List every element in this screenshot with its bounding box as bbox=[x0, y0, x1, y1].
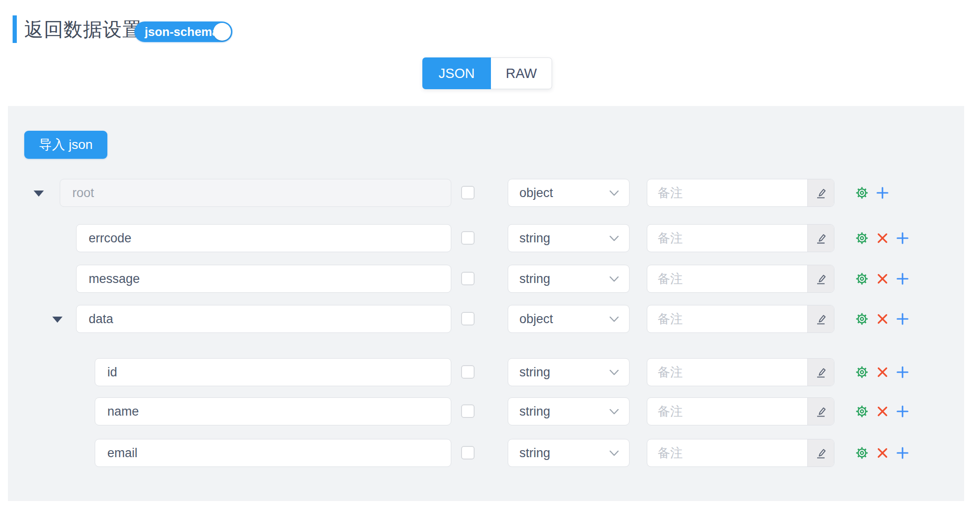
type-select[interactable]: object bbox=[508, 305, 630, 333]
remark-input[interactable] bbox=[647, 225, 807, 252]
field-name-input[interactable] bbox=[95, 439, 451, 467]
json-schema-toggle[interactable]: json-schema bbox=[134, 21, 232, 42]
type-select[interactable]: object bbox=[508, 179, 630, 207]
remark-group bbox=[647, 224, 834, 252]
chevron-down-icon bbox=[609, 236, 619, 241]
schema-editor-panel: 导入 json object string bbox=[8, 106, 964, 501]
schema-row: string bbox=[8, 397, 964, 425]
add-field-icon[interactable] bbox=[896, 405, 909, 418]
chevron-down-icon bbox=[609, 451, 619, 456]
edit-remark-button[interactable] bbox=[807, 265, 834, 292]
json-schema-toggle-label: json-schema bbox=[134, 26, 219, 38]
remark-group bbox=[647, 397, 834, 425]
settings-icon[interactable] bbox=[855, 312, 868, 325]
required-checkbox[interactable] bbox=[461, 312, 475, 325]
view-mode-tabs: JSON RAW bbox=[422, 57, 552, 89]
type-select-value: object bbox=[519, 186, 553, 200]
remark-group bbox=[647, 358, 834, 386]
field-name-input[interactable] bbox=[76, 305, 451, 333]
remark-input[interactable] bbox=[647, 439, 807, 466]
tab-raw[interactable]: RAW bbox=[491, 57, 552, 89]
add-field-icon[interactable] bbox=[896, 232, 909, 245]
delete-field-icon[interactable] bbox=[876, 272, 889, 285]
remark-group bbox=[647, 305, 834, 333]
edit-remark-button[interactable] bbox=[807, 225, 834, 252]
field-name-input[interactable] bbox=[76, 224, 451, 252]
edit-remark-button[interactable] bbox=[807, 359, 834, 386]
edit-icon bbox=[814, 231, 828, 245]
delete-field-icon[interactable] bbox=[876, 446, 889, 459]
settings-icon[interactable] bbox=[855, 366, 868, 379]
add-field-icon[interactable] bbox=[896, 272, 909, 285]
import-json-button[interactable]: 导入 json bbox=[24, 131, 107, 159]
schema-row: string bbox=[8, 358, 964, 386]
edit-icon bbox=[814, 312, 828, 326]
delete-field-icon[interactable] bbox=[876, 405, 889, 418]
type-select[interactable]: string bbox=[508, 358, 630, 386]
edit-icon bbox=[814, 404, 828, 418]
remark-input[interactable] bbox=[647, 179, 807, 206]
required-checkbox[interactable] bbox=[461, 404, 475, 418]
type-select[interactable]: string bbox=[508, 439, 630, 467]
type-select-value: string bbox=[519, 404, 550, 419]
chevron-down-icon bbox=[609, 317, 619, 322]
settings-icon[interactable] bbox=[855, 405, 868, 418]
type-select[interactable]: string bbox=[508, 397, 630, 425]
type-select-value: string bbox=[519, 272, 550, 286]
remark-input[interactable] bbox=[647, 305, 807, 332]
required-checkbox[interactable] bbox=[461, 186, 475, 199]
field-name-input[interactable] bbox=[95, 397, 451, 425]
remark-input[interactable] bbox=[647, 359, 807, 386]
type-select[interactable]: string bbox=[508, 265, 630, 293]
add-field-icon[interactable] bbox=[896, 446, 909, 459]
add-field-icon[interactable] bbox=[896, 366, 909, 379]
chevron-down-icon bbox=[609, 370, 619, 375]
remark-input[interactable] bbox=[647, 265, 807, 292]
edit-remark-button[interactable] bbox=[807, 305, 834, 332]
edit-icon bbox=[814, 272, 828, 286]
add-field-icon[interactable] bbox=[896, 312, 909, 325]
add-field-icon[interactable] bbox=[876, 186, 889, 199]
edit-icon bbox=[814, 446, 828, 460]
remark-group bbox=[647, 179, 834, 207]
edit-icon bbox=[814, 365, 828, 379]
schema-row-root: object bbox=[8, 179, 964, 207]
required-checkbox[interactable] bbox=[461, 365, 475, 379]
settings-icon[interactable] bbox=[855, 232, 868, 245]
caret-down-icon[interactable] bbox=[52, 317, 63, 323]
settings-icon[interactable] bbox=[855, 446, 868, 459]
chevron-down-icon bbox=[609, 276, 619, 282]
title-accent-bar bbox=[13, 15, 17, 43]
page-title: 返回数据设置 bbox=[24, 17, 142, 42]
field-name-input[interactable] bbox=[60, 179, 451, 207]
type-select-value: string bbox=[519, 446, 550, 460]
required-checkbox[interactable] bbox=[461, 446, 475, 459]
chevron-down-icon bbox=[609, 191, 619, 196]
schema-row-data: object bbox=[8, 305, 964, 333]
delete-field-icon[interactable] bbox=[876, 312, 889, 325]
edit-remark-button[interactable] bbox=[807, 439, 834, 466]
edit-icon bbox=[814, 186, 828, 200]
settings-icon[interactable] bbox=[855, 186, 868, 199]
schema-row: string bbox=[8, 265, 964, 293]
toggle-knob bbox=[213, 23, 231, 41]
schema-row: string bbox=[8, 439, 964, 467]
settings-icon[interactable] bbox=[855, 272, 868, 285]
chevron-down-icon bbox=[609, 409, 619, 415]
edit-remark-button[interactable] bbox=[807, 179, 834, 206]
remark-group bbox=[647, 439, 834, 467]
caret-down-icon[interactable] bbox=[34, 191, 44, 197]
field-name-input[interactable] bbox=[95, 358, 451, 386]
edit-remark-button[interactable] bbox=[807, 398, 834, 425]
schema-row: string bbox=[8, 224, 964, 252]
required-checkbox[interactable] bbox=[461, 231, 475, 245]
remark-input[interactable] bbox=[647, 398, 807, 425]
type-select[interactable]: string bbox=[508, 224, 630, 252]
delete-field-icon[interactable] bbox=[876, 366, 889, 379]
field-name-input[interactable] bbox=[76, 265, 451, 293]
delete-field-icon[interactable] bbox=[876, 232, 889, 245]
tab-json[interactable]: JSON bbox=[422, 57, 491, 89]
required-checkbox[interactable] bbox=[461, 272, 475, 285]
type-select-value: string bbox=[519, 231, 550, 246]
type-select-value: string bbox=[519, 365, 550, 380]
